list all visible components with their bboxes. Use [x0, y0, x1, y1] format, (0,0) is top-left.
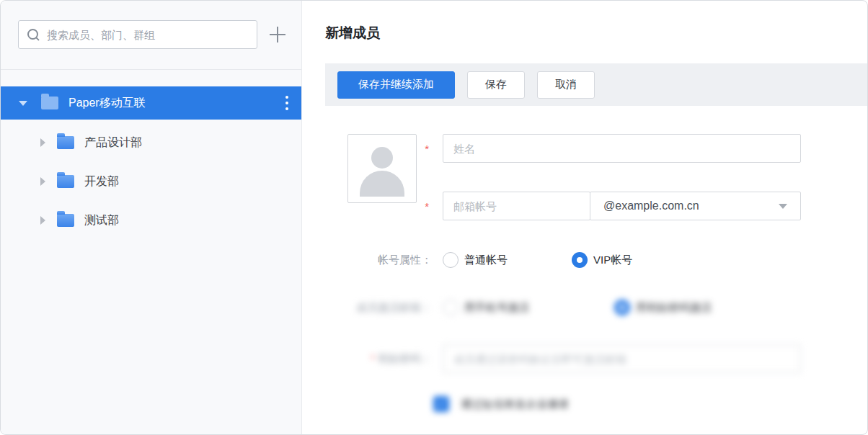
tree-item-design[interactable]: 产品设计部	[1, 123, 301, 162]
initial-password-row: *初始密码：	[325, 344, 867, 373]
radio-icon[interactable]	[443, 252, 459, 268]
radio-normal-account[interactable]: 普通帐号	[443, 252, 508, 268]
save-button[interactable]: 保存	[467, 71, 525, 99]
email-domain-value: @example.com.cn	[603, 199, 699, 212]
toolbar: 保存并继续添加 保存 取消	[325, 63, 867, 106]
email-domain-select[interactable]: @example.com.cn	[590, 192, 801, 220]
folder-icon	[57, 214, 74, 227]
kebab-menu-icon[interactable]	[285, 96, 288, 110]
avatar-placeholder-icon	[360, 171, 404, 197]
activation-row: 成员激活邮箱： 用手机号激活 用初始密码激活	[325, 300, 867, 315]
department-tree: Paper移动互联 产品设计部 开发部	[1, 70, 301, 240]
caret-right-icon[interactable]	[40, 177, 45, 186]
radio-activate-by-password[interactable]: 用初始密码激活	[614, 300, 712, 315]
radio-label: VIP帐号	[593, 254, 632, 267]
blurred-section: 成员激活邮箱： 用手机号激活 用初始密码激活 *初始	[325, 300, 867, 412]
account-type-row: 帐号属性： 普通帐号 VIP帐号	[325, 252, 867, 268]
chevron-down-icon	[779, 204, 787, 209]
checkbox-checked-icon[interactable]	[433, 396, 449, 412]
tree-item-test[interactable]: 测试部	[1, 201, 301, 240]
radio-activate-by-phone[interactable]: 用手机号激活	[443, 300, 529, 315]
page-title: 新增成员	[325, 24, 867, 42]
radio-vip-account[interactable]: VIP帐号	[572, 252, 632, 268]
cancel-button[interactable]: 取消	[537, 71, 595, 99]
name-input[interactable]	[443, 134, 801, 163]
avatar-placeholder-icon	[371, 147, 393, 169]
initial-password-label: *初始密码：	[325, 352, 432, 366]
tree-item-root[interactable]: Paper移动互联	[1, 86, 301, 120]
add-member-button[interactable]	[267, 24, 288, 45]
search-row	[1, 1, 301, 49]
radio-checked-icon[interactable]	[614, 300, 630, 315]
avatar-upload[interactable]	[347, 134, 417, 203]
tree-item-label: 测试部	[84, 213, 119, 228]
app-window: Paper移动互联 产品设计部 开发部	[0, 0, 868, 435]
folder-icon	[57, 136, 74, 149]
radio-label: 用手机号激活	[464, 301, 529, 315]
caret-down-icon[interactable]	[19, 101, 27, 106]
search-box[interactable]	[18, 20, 257, 49]
caret-right-icon[interactable]	[40, 216, 45, 225]
email-account-input[interactable]	[443, 192, 590, 220]
search-input[interactable]	[47, 29, 248, 41]
tree-item-label: Paper移动互联	[68, 96, 146, 111]
tree-children: 产品设计部 开发部 测试部	[1, 123, 301, 240]
sidebar: Paper移动互联 产品设计部 开发部	[1, 1, 302, 434]
sms-invite-row: 通过短信发送企业邀请	[325, 396, 867, 412]
account-type-label: 帐号属性：	[325, 254, 432, 267]
radio-icon[interactable]	[443, 300, 459, 315]
tree-item-label: 开发部	[84, 174, 119, 189]
main-panel: 新增成员 保存并继续添加 保存 取消 * *	[302, 1, 867, 434]
caret-right-icon[interactable]	[40, 138, 45, 147]
save-and-continue-button[interactable]: 保存并继续添加	[337, 71, 455, 99]
add-member-form: * * @example.com.cn	[325, 134, 867, 412]
tree-item-label: 产品设计部	[84, 135, 142, 151]
tree-item-dev[interactable]: 开发部	[1, 162, 301, 201]
initial-password-input[interactable]	[443, 344, 801, 373]
radio-label: 普通帐号	[464, 254, 508, 267]
sms-invite-label: 通过短信发送企业邀请	[461, 398, 569, 411]
folder-icon	[41, 97, 58, 109]
radio-checked-icon[interactable]	[572, 252, 588, 268]
folder-icon	[57, 175, 74, 188]
activation-label: 成员激活邮箱：	[325, 301, 432, 315]
radio-label: 用初始密码激活	[636, 301, 712, 315]
search-icon	[27, 29, 40, 41]
